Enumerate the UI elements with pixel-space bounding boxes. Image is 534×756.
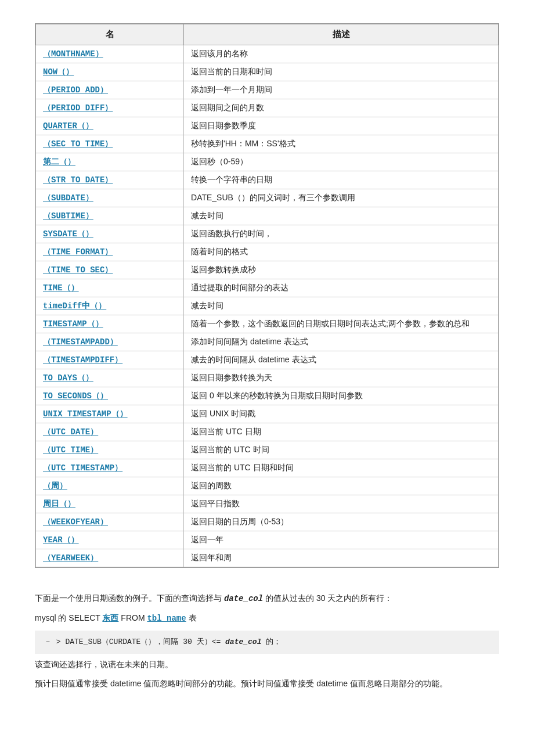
func-name-link[interactable]: （TIME_TO_SEC）	[43, 265, 113, 275]
table-row: （SEC_TO_TIME）秒转换到'HH：MM：SS'格式	[36, 135, 499, 153]
intro-code: date_col	[224, 594, 263, 603]
line3-text: － > DATE_SUB（CURDATE（），间隔 30 天）<=	[44, 638, 221, 646]
func-cell: （TIMESTAMPDIFF）	[36, 351, 184, 369]
func-name-link[interactable]: YEAR（）	[43, 535, 79, 545]
col-desc-header: 描述	[184, 24, 499, 45]
func-cell: （周）	[36, 477, 184, 495]
desc-cell: 减去的时间间隔从 datetime 表达式	[184, 351, 499, 369]
func-name-link[interactable]: （UTC_DATE）	[43, 427, 98, 437]
func-name-link[interactable]: （UTC_TIMESTAMP）	[43, 463, 122, 473]
func-cell: （UTC_DATE）	[36, 423, 184, 441]
func-name-link[interactable]: （SUBTIME）	[43, 211, 93, 221]
desc-cell: 返回平日指数	[184, 495, 499, 513]
func-name-link[interactable]: （周）	[43, 481, 67, 491]
line2-code2[interactable]: tbl_name	[147, 614, 186, 623]
func-cell: TIME（）	[36, 279, 184, 297]
table-row: YEAR（）返回一年	[36, 531, 499, 549]
desc-cell: 返回的周数	[184, 477, 499, 495]
func-cell: （UTC_TIMESTAMP）	[36, 459, 184, 477]
line2-end: 表	[189, 613, 197, 622]
func-name-link[interactable]: 周日（）	[43, 499, 75, 509]
func-name-link[interactable]: （MONTHNAME）	[43, 49, 103, 59]
func-name-link[interactable]: （TIMESTAMPDIFF）	[43, 355, 122, 365]
func-name-link[interactable]: （WEEKOFYEAR）	[43, 517, 108, 527]
table-row: timeDiff中（）减去时间	[36, 297, 499, 315]
table-row: （周）返回的周数	[36, 477, 499, 495]
func-name-link[interactable]: （SUBDATE）	[43, 193, 93, 203]
func-cell: （TIMESTAMPADD）	[36, 333, 184, 351]
func-name-link[interactable]: （SEC_TO_TIME）	[43, 139, 113, 149]
func-name-link[interactable]: 第二（）	[43, 157, 75, 167]
func-name-link[interactable]: （PERIOD_DIFF）	[43, 103, 113, 113]
func-name-link[interactable]: TO_DAYS（）	[43, 373, 93, 383]
func-name-link[interactable]: TO_SECONDS（）	[43, 391, 108, 401]
main-table-wrapper: 名 描述 （MONTHNAME）返回该月的名称NOW（）返回当前的日期和时间（P…	[35, 23, 499, 568]
table-row: （PERIOD_DIFF）返回期间之间的月数	[36, 99, 499, 117]
table-row: NOW（）返回当前的日期和时间	[36, 63, 499, 81]
func-cell: （TIME_TO_SEC）	[36, 261, 184, 279]
func-cell: （PERIOD_ADD）	[36, 81, 184, 99]
func-cell: （TIME_FORMAT）	[36, 243, 184, 261]
desc-cell: 返回一年	[184, 531, 499, 549]
desc-cell: 返回 UNIX 时间戳	[184, 405, 499, 423]
func-cell: TIMESTAMP（）	[36, 315, 184, 333]
desc-cell: 秒转换到'HH：MM：SS'格式	[184, 135, 499, 153]
func-name-link[interactable]: QUARTER（）	[43, 121, 93, 131]
table-row: （TIMESTAMPADD）添加时间间隔为 datetime 表达式	[36, 333, 499, 351]
intro-text: 下面是一个使用日期函数的例子。下面的查询选择与	[35, 593, 222, 603]
func-name-link[interactable]: （PERIOD_ADD）	[43, 85, 108, 95]
desc-cell: 通过提取的时间部分的表达	[184, 279, 499, 297]
table-row: 第二（）返回秒（0-59）	[36, 153, 499, 171]
table-row: UNIX_TIMESTAMP（）返回 UNIX 时间戳	[36, 405, 499, 423]
para2: 预计日期值通常接受 datetime 值而忽略时间部分的功能。预计时间值通常接受…	[35, 676, 499, 691]
line2-mid: FROM	[121, 613, 145, 622]
func-name-link[interactable]: （STR_TO_DATE）	[43, 175, 113, 185]
func-name-link[interactable]: （TIMESTAMPADD）	[43, 337, 118, 347]
table-row: （STR_TO_DATE）转换一个字符串的日期	[36, 171, 499, 189]
table-row: SYSDATE（）返回函数执行的时间，	[36, 225, 499, 243]
table-row: （PERIOD_ADD）添加到一年一个月期间	[36, 81, 499, 99]
func-cell: （YEARWEEK）	[36, 549, 184, 567]
func-cell: SYSDATE（）	[36, 225, 184, 243]
desc-cell: 返回 0 年以来的秒数转换为日期或日期时间参数	[184, 387, 499, 405]
table-row: （WEEKOFYEAR）返回日期的日历周（0-53）	[36, 513, 499, 531]
func-name-link[interactable]: timeDiff中（）	[43, 301, 106, 311]
func-cell: （SEC_TO_TIME）	[36, 135, 184, 153]
desc-cell: 返回函数执行的时间，	[184, 225, 499, 243]
desc-cell: 转换一个字符串的日期	[184, 171, 499, 189]
code-block: － > DATE_SUB（CURDATE（），间隔 30 天）<= date_c…	[35, 631, 499, 653]
func-name-link[interactable]: （YEARWEEK）	[43, 553, 98, 563]
desc-cell: 减去时间	[184, 297, 499, 315]
table-row: QUARTER（）返回日期参数季度	[36, 117, 499, 135]
table-row: （TIME_TO_SEC）返回参数转换成秒	[36, 261, 499, 279]
func-name-link[interactable]: TIME（）	[43, 283, 79, 293]
table-row: 周日（）返回平日指数	[36, 495, 499, 513]
func-cell: 周日（）	[36, 495, 184, 513]
line3-end: 的；	[266, 638, 281, 646]
func-cell: （SUBTIME）	[36, 207, 184, 225]
func-name-link[interactable]: UNIX_TIMESTAMP（）	[43, 409, 128, 419]
func-cell: UNIX_TIMESTAMP（）	[36, 405, 184, 423]
code-line2: mysql 的 SELECT 东西 FROM tbl_name 表	[35, 611, 499, 626]
func-cell: （PERIOD_DIFF）	[36, 99, 184, 117]
table-row: （TIME_FORMAT）随着时间的格式	[36, 243, 499, 261]
func-cell: 第二（）	[36, 153, 184, 171]
func-name-link[interactable]: TIMESTAMP（）	[43, 319, 103, 329]
func-name-link[interactable]: SYSDATE（）	[43, 229, 93, 239]
desc-cell: 返回当前的 UTC 时间	[184, 441, 499, 459]
line3-code: date_col	[225, 638, 261, 646]
desc-cell: 返回日期参数转换为天	[184, 369, 499, 387]
desc-cell: 添加时间间隔为 datetime 表达式	[184, 333, 499, 351]
func-cell: YEAR（）	[36, 531, 184, 549]
description-section: 下面是一个使用日期函数的例子。下面的查询选择与 date_col 的值从过去的 …	[35, 591, 499, 691]
table-row: （SUBDATE）DATE_SUB（）的同义词时，有三个参数调用	[36, 189, 499, 207]
func-name-link[interactable]: （TIME_FORMAT）	[43, 247, 113, 257]
desc-cell: 添加到一年一个月期间	[184, 81, 499, 99]
desc-cell: 返回日期参数季度	[184, 117, 499, 135]
desc-cell: 返回当前的 UTC 日期和时间	[184, 459, 499, 477]
line2-code1[interactable]: 东西	[102, 614, 118, 623]
table-row: （UTC_DATE）返回当前 UTC 日期	[36, 423, 499, 441]
desc-cell: 返回期间之间的月数	[184, 99, 499, 117]
func-name-link[interactable]: （UTC_TIME）	[43, 445, 98, 455]
func-name-link[interactable]: NOW（）	[43, 67, 74, 77]
